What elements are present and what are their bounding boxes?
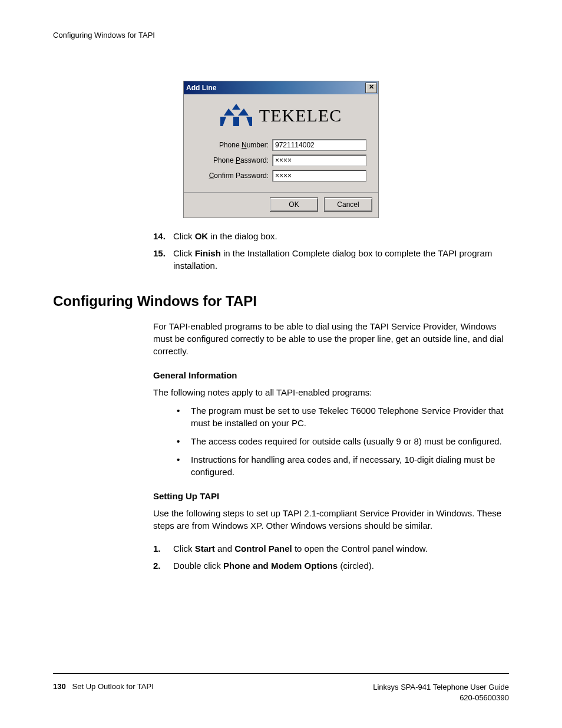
- tekelec-logo-icon: [220, 104, 252, 127]
- dialog-title: Add Line: [186, 84, 216, 92]
- step-text: Click Start and Control Panel to open th…: [173, 542, 509, 555]
- footer-guide: Linksys SPA-941 Telephone User Guide: [373, 682, 509, 693]
- bullet-item: •The program must be set to use Tekelec …: [177, 404, 509, 429]
- bullet-item: •The access codes required for outside c…: [177, 435, 509, 447]
- page-number: 130: [53, 682, 66, 691]
- step-item: 14.Click OK in the dialog box.: [153, 230, 509, 242]
- svg-rect-3: [220, 117, 226, 126]
- general-intro: The following notes apply to all TAPI-en…: [153, 386, 509, 398]
- dialog-footer: OK Cancel: [184, 192, 378, 218]
- close-button[interactable]: ✕: [365, 83, 377, 93]
- phone-number-label: Phone Number:: [219, 141, 269, 149]
- section-heading: Configuring Windows for TAPI: [53, 293, 509, 309]
- running-header: Configuring Windows for TAPI: [53, 31, 509, 39]
- step-number: 1.: [153, 542, 173, 555]
- bullet-text: Instructions for handling area codes and…: [191, 453, 509, 478]
- dialog-screenshot-wrap: Add Line ✕: [53, 81, 509, 218]
- setup-steps-list: 1.Click Start and Control Panel to open …: [153, 542, 509, 572]
- close-icon: ✕: [369, 83, 374, 90]
- confirm-password-input[interactable]: [272, 170, 366, 182]
- footer-left: 130 Set Up Outlook for TAPI: [53, 682, 154, 703]
- page-footer: 130 Set Up Outlook for TAPI Linksys SPA-…: [53, 673, 509, 703]
- confirm-password-label: Confirm Password:: [209, 172, 269, 180]
- step-text: Double click Phone and Modem Options (ci…: [173, 559, 509, 572]
- bullet-dot-icon: •: [177, 453, 191, 478]
- bullet-item: •Instructions for handling area codes an…: [177, 453, 509, 478]
- ok-button[interactable]: OK: [270, 197, 318, 212]
- step-item: 1.Click Start and Control Panel to open …: [153, 542, 509, 555]
- step-number: 2.: [153, 559, 173, 572]
- bullet-dot-icon: •: [177, 404, 191, 429]
- step-item: 15.Click Finish in the Installation Comp…: [153, 247, 509, 272]
- footer-rule: [53, 673, 509, 674]
- step-item: 2.Double click Phone and Modem Options (…: [153, 559, 509, 572]
- bullet-dot-icon: •: [177, 435, 191, 447]
- general-bullet-list: •The program must be set to use Tekelec …: [177, 404, 509, 478]
- footer-right: Linksys SPA-941 Telephone User Guide 620…: [373, 682, 509, 703]
- phone-number-input[interactable]: [272, 139, 366, 151]
- svg-marker-0: [232, 104, 240, 110]
- bullet-text: The access codes required for outside ca…: [191, 435, 502, 447]
- dialog-body: TEKELEC Phone Number: Phone Password:: [184, 94, 378, 192]
- step-text: Click Finish in the Installation Complet…: [173, 247, 509, 272]
- setup-intro: Use the following steps to set up TAPI 2…: [153, 507, 509, 532]
- confirm-password-row: Confirm Password:: [190, 170, 366, 182]
- phone-password-label: Phone Password:: [213, 156, 269, 164]
- svg-rect-4: [233, 117, 239, 126]
- section-intro: For TAPI-enabled programs to be able to …: [153, 320, 509, 357]
- page: Configuring Windows for TAPI Add Line ✕: [0, 0, 562, 728]
- svg-rect-5: [246, 117, 252, 126]
- phone-password-row: Phone Password:: [190, 154, 366, 166]
- setting-up-heading: Setting Up TAPI: [153, 491, 509, 501]
- dialog-titlebar: Add Line ✕: [184, 81, 378, 94]
- phone-password-input[interactable]: [272, 154, 366, 166]
- bullet-text: The program must be set to use Tekelec T…: [191, 404, 509, 429]
- footer-docnum: 620-05600390: [373, 693, 509, 703]
- add-line-dialog: Add Line ✕: [183, 81, 379, 218]
- cancel-button[interactable]: Cancel: [324, 197, 372, 212]
- step-number: 14.: [153, 230, 173, 242]
- general-info-heading: General Information: [153, 370, 509, 380]
- steps-14-15: 14.Click OK in the dialog box.15.Click F…: [153, 230, 509, 272]
- footer-chapter: Set Up Outlook for TAPI: [72, 682, 154, 691]
- step-number: 15.: [153, 247, 173, 272]
- logo-text: TEKELEC: [259, 106, 342, 126]
- logo-row: TEKELEC: [190, 104, 372, 127]
- phone-number-row: Phone Number:: [190, 139, 366, 151]
- step-text: Click OK in the dialog box.: [173, 230, 509, 242]
